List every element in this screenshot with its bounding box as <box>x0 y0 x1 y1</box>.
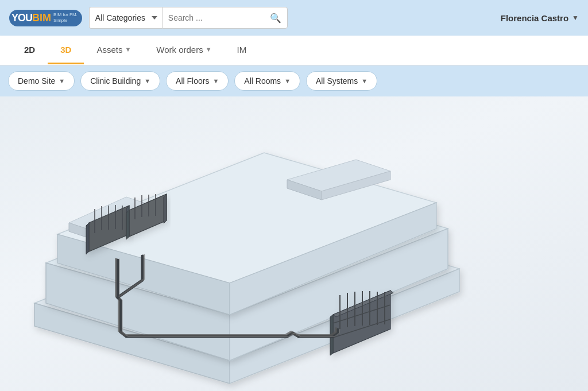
filter-all-rooms[interactable]: All Rooms ▼ <box>234 71 300 91</box>
logo-you-text: YOU <box>11 12 32 24</box>
logo-bim-text: BIM <box>32 12 51 24</box>
nav-item-assets[interactable]: Assets ▼ <box>84 37 144 64</box>
3d-viewer[interactable] <box>0 96 588 391</box>
filter-bar: Demo Site ▼ Clinic Building ▼ All Floors… <box>0 65 588 96</box>
all-floors-chevron-icon: ▼ <box>212 78 219 84</box>
filter-all-systems[interactable]: All Systems ▼ <box>306 71 377 91</box>
filter-clinic-building[interactable]: Clinic Building ▼ <box>80 71 160 91</box>
building-svg <box>0 96 588 391</box>
search-area: All Categories Assets Work Orders Spaces… <box>89 7 288 29</box>
svg-marker-25 <box>164 194 167 223</box>
all-rooms-chevron-icon: ▼ <box>284 78 291 84</box>
search-input-wrap: 🔍 <box>162 7 288 29</box>
category-select[interactable]: All Categories Assets Work Orders Spaces… <box>89 7 162 29</box>
work-orders-chevron-icon: ▼ <box>206 46 212 53</box>
search-icon: 🔍 <box>270 13 281 24</box>
user-chevron-icon: ▼ <box>572 14 579 22</box>
app-header: YOUBIM BIM for FM.Simple All Categories … <box>0 0 588 36</box>
filter-all-floors[interactable]: All Floors ▼ <box>166 71 229 91</box>
demo-site-chevron-icon: ▼ <box>59 78 65 84</box>
nav-item-2d[interactable]: 2D <box>11 37 48 64</box>
filter-demo-site[interactable]: Demo Site ▼ <box>8 71 75 91</box>
assets-chevron-icon: ▼ <box>125 46 131 53</box>
main-nav: 2D 3D Assets ▼ Work orders ▼ IM <box>0 36 588 65</box>
svg-marker-24 <box>126 210 129 239</box>
user-menu[interactable]: Florencia Castro ▼ <box>501 13 579 23</box>
building-model <box>0 96 588 391</box>
nav-item-im[interactable]: IM <box>225 37 260 64</box>
user-name: Florencia Castro <box>501 13 568 23</box>
nav-item-3d[interactable]: 3D <box>48 37 84 64</box>
search-input[interactable] <box>168 13 270 22</box>
nav-item-work-orders[interactable]: Work orders ▼ <box>144 37 224 64</box>
logo[interactable]: YOUBIM BIM for FM.Simple <box>9 10 82 26</box>
all-systems-chevron-icon: ▼ <box>361 78 368 84</box>
logo-tagline: BIM for FM.Simple <box>53 12 78 23</box>
svg-marker-16 <box>86 223 89 254</box>
clinic-building-chevron-icon: ▼ <box>144 78 150 84</box>
